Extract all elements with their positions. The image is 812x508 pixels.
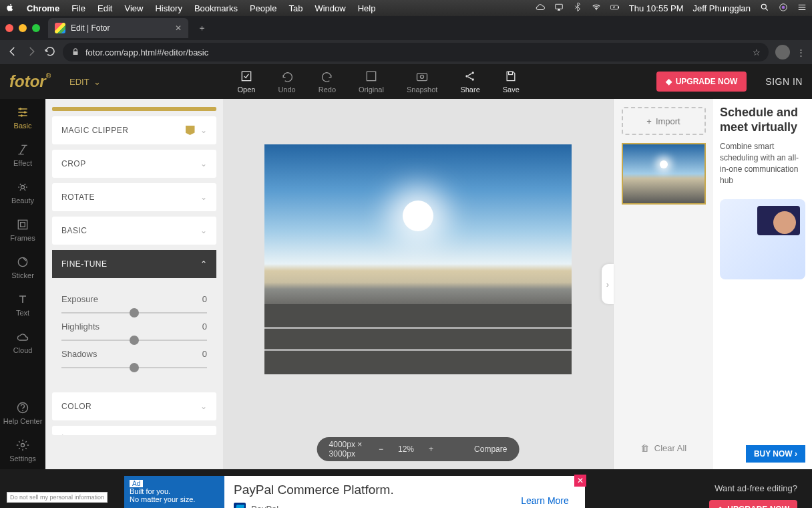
trash-icon: 🗑 — [640, 443, 649, 453]
browser-tab[interactable]: Edit | Fotor ✕ — [48, 18, 188, 38]
browser-addressbar: fotor.com/app.html#/editor/basic ☆ ⋮ — [0, 40, 812, 64]
redo-button[interactable]: Redo — [319, 70, 336, 94]
menu-bookmarks[interactable]: Bookmarks — [194, 3, 238, 13]
siri-icon[interactable] — [779, 3, 788, 14]
signin-link[interactable]: SIGN IN — [765, 76, 803, 87]
rail-settings[interactable]: Settings — [0, 432, 45, 469]
url-text: fotor.com/app.html#/editor/basic — [85, 47, 208, 57]
svg-point-1 — [596, 9, 597, 10]
open-button[interactable]: Open — [238, 70, 256, 94]
clear-all-button[interactable]: 🗑Clear All — [622, 435, 705, 461]
chevron-down-icon: ⌄ — [200, 193, 208, 202]
slider-shadows[interactable]: Shadows0 — [61, 349, 207, 368]
cloud-icon[interactable] — [536, 3, 545, 14]
snapshot-button[interactable]: Snapshot — [407, 70, 437, 94]
left-rail: Basic Effect Beauty Frames Sticker Text … — [0, 99, 45, 469]
close-tab-icon[interactable]: ✕ — [175, 23, 182, 33]
reload-button[interactable] — [44, 45, 56, 59]
menu-edit[interactable]: Edit — [97, 3, 112, 13]
lock-icon — [71, 47, 80, 57]
zoom-bar: 4000px × 3000px − 12% + Compare — [317, 437, 520, 461]
window-controls[interactable] — [5, 24, 40, 32]
svg-point-17 — [24, 111, 26, 113]
import-button[interactable]: +Import — [622, 107, 706, 135]
close-ad-button[interactable]: ✕ — [574, 475, 586, 487]
zoom-in-button[interactable]: + — [429, 444, 433, 454]
chevron-down-icon: ⌄ — [200, 226, 208, 235]
forward-button[interactable] — [25, 45, 37, 59]
url-input[interactable]: fotor.com/app.html#/editor/basic ☆ — [63, 43, 769, 61]
slider-exposure[interactable]: Exposure0 — [61, 294, 207, 313]
footer-bar: Ad Built for you. No matter your size. P… — [0, 469, 812, 508]
section-next[interactable]: · — [52, 426, 216, 435]
menu-file[interactable]: File — [71, 3, 85, 13]
rail-cloud[interactable]: Cloud — [0, 324, 45, 361]
menubar-user[interactable]: Jeff Phungglan — [693, 3, 751, 13]
wifi-icon[interactable] — [592, 3, 601, 14]
svg-point-16 — [19, 108, 21, 110]
learn-more-link[interactable]: Learn More — [505, 476, 585, 508]
section-crop[interactable]: CROP⌄ — [52, 150, 216, 178]
menu-history[interactable]: History — [155, 3, 182, 13]
rail-basic[interactable]: Basic — [0, 99, 45, 136]
adfree-text: Want ad-free editing? — [715, 483, 797, 493]
chrome-menu-icon[interactable]: ⋮ — [797, 47, 805, 57]
profile-avatar[interactable] — [775, 45, 790, 59]
paypal-icon — [234, 503, 246, 508]
rail-effect[interactable]: Effect — [0, 136, 45, 174]
ad-paypal-panel: PayPal Commerce Platform. PayPal — [224, 476, 505, 508]
edit-dropdown[interactable]: EDIT⌄ — [69, 77, 101, 87]
macos-menubar: Chrome File Edit View History Bookmarks … — [0, 0, 812, 16]
original-button[interactable]: Original — [359, 70, 384, 94]
spotlight-icon[interactable] — [760, 3, 769, 14]
save-button[interactable]: Save — [503, 70, 520, 94]
upgrade-button[interactable]: ◆UPGRADE NOW — [656, 72, 747, 92]
undo-button[interactable]: Undo — [278, 70, 295, 94]
menu-tab[interactable]: Tab — [288, 3, 302, 13]
svg-rect-15 — [509, 72, 513, 74]
airplay-icon[interactable] — [554, 3, 564, 14]
svg-point-12 — [465, 75, 467, 77]
share-button[interactable]: Share — [460, 70, 479, 94]
bookmark-star-icon[interactable]: ☆ — [753, 47, 761, 57]
new-tab-button[interactable]: ＋ — [192, 19, 211, 37]
section-basic[interactable]: BASIC⌄ — [52, 217, 216, 245]
upgrade-button-footer[interactable]: ◆UPGRADE NOW — [709, 500, 797, 509]
rail-beauty[interactable]: Beauty — [0, 174, 45, 211]
side-ad[interactable]: Schedule and meet virtually Combine smar… — [713, 99, 812, 469]
panel-top-bar — [52, 107, 216, 111]
section-color[interactable]: COLOR⌄ — [52, 392, 216, 420]
rail-sticker[interactable]: Sticker — [0, 249, 45, 286]
canvas-image[interactable] — [264, 144, 572, 374]
menu-view[interactable]: View — [124, 3, 143, 13]
expand-handle[interactable]: › — [602, 264, 614, 304]
privacy-link[interactable]: Do not sell my personal information — [7, 492, 108, 503]
section-rotate[interactable]: ROTATE⌄ — [52, 183, 216, 211]
bluetooth-icon[interactable] — [573, 3, 582, 14]
fotor-logo[interactable]: fotor® — [9, 72, 51, 91]
menu-people[interactable]: People — [250, 3, 276, 13]
image-thumbnail[interactable] — [622, 143, 706, 205]
menubar-time[interactable]: Thu 10:55 PM — [629, 3, 684, 13]
battery-icon[interactable] — [610, 3, 620, 14]
rail-text[interactable]: Text — [0, 286, 45, 324]
canvas-area[interactable]: 4000px × 3000px − 12% + Compare › — [223, 99, 613, 469]
svg-point-19 — [21, 186, 25, 189]
rail-help[interactable]: Help Center — [0, 394, 45, 432]
control-center-icon[interactable] — [797, 3, 807, 14]
zoom-out-button[interactable]: − — [379, 444, 383, 454]
slider-highlights[interactable]: Highlights0 — [61, 322, 207, 341]
section-fine-tune[interactable]: FINE-TUNE⌃ — [52, 250, 216, 278]
back-button[interactable] — [7, 45, 19, 59]
rail-frames[interactable]: Frames — [0, 211, 45, 249]
menu-help[interactable]: Help — [358, 3, 376, 13]
apple-icon[interactable] — [5, 3, 15, 14]
app-name[interactable]: Chrome — [27, 3, 59, 13]
svg-point-14 — [472, 78, 474, 80]
svg-point-4 — [761, 4, 766, 9]
compare-button[interactable]: Compare — [474, 444, 507, 454]
buy-now-button[interactable]: BUY NOW › — [746, 445, 805, 463]
bottom-ad[interactable]: Ad Built for you. No matter your size. P… — [124, 476, 585, 508]
section-magic-clipper[interactable]: MAGIC CLIPPER⌄ — [52, 116, 216, 144]
menu-window[interactable]: Window — [315, 3, 345, 13]
